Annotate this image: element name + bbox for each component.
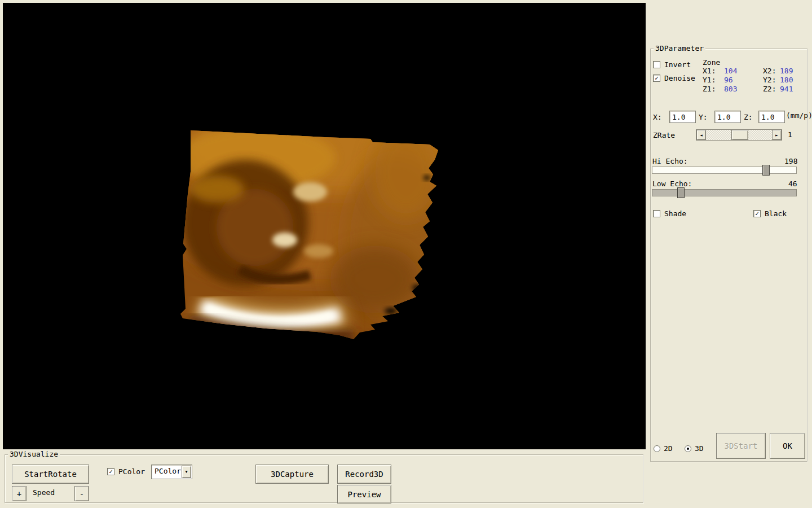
preview-button[interactable]: Preview — [337, 485, 391, 503]
hi-echo-slider[interactable] — [652, 167, 797, 174]
zone-x1-label: X1: — [703, 67, 716, 75]
speed-minus-button[interactable]: - — [74, 486, 89, 501]
render-viewport[interactable] — [3, 3, 646, 449]
scale-x-input[interactable] — [669, 111, 696, 123]
record-3d-button[interactable]: Record3D — [337, 465, 391, 484]
arrow-left-icon: ◄ — [700, 133, 703, 138]
ultrasound-3d-app-window: { "window": { "bg_color": "#ece9d8", "vi… — [0, 0, 812, 508]
zone-x2-value: 189 — [780, 67, 793, 75]
black-checkmark: ✓ — [755, 211, 759, 217]
invert-label: Invert — [664, 60, 691, 69]
capture-3d-button[interactable]: 3DCapture — [255, 465, 329, 484]
radio-3d-dot — [687, 448, 689, 450]
start-3d-button[interactable]: 3DStart — [716, 433, 766, 459]
low-echo-slider-thumb[interactable] — [677, 187, 685, 198]
scale-y-input[interactable] — [714, 111, 741, 123]
ok-button[interactable]: OK — [770, 433, 805, 459]
visualize-groupbox: 3DVisualize StartRotate + Speed - ✓ PCol… — [5, 454, 643, 503]
zrate-label: ZRate — [653, 131, 675, 139]
zrate-scroll-right-button[interactable]: ► — [772, 130, 782, 140]
zone-title: Zone — [703, 58, 720, 67]
radio-2d-label: 2D — [664, 444, 673, 453]
parameter-group-title: 3DParameter — [654, 45, 705, 52]
hi-echo-value: 198 — [784, 157, 797, 165]
scale-z-input[interactable] — [758, 111, 785, 123]
radio-3d-label: 3D — [695, 444, 704, 453]
scale-x-label: X: — [653, 113, 662, 121]
zone-z1-label: Z1: — [703, 85, 716, 93]
zone-x1-value: 104 — [724, 67, 737, 75]
low-echo-slider[interactable] — [652, 189, 797, 196]
zrate-value: 1 — [788, 130, 792, 139]
pcolor-checkbox[interactable]: ✓ — [107, 468, 114, 475]
zrate-scrollbar-thumb[interactable] — [731, 130, 748, 140]
speed-label: Speed — [33, 488, 55, 497]
shade-checkbox[interactable] — [653, 210, 660, 217]
zrate-scrollbar[interactable]: ◄ ► — [696, 129, 782, 141]
ultrasound-volume-render — [3, 3, 646, 449]
radio-2d[interactable] — [654, 445, 660, 452]
invert-checkbox[interactable] — [653, 61, 660, 68]
hi-echo-label: Hi Echo: — [652, 157, 688, 165]
zone-y2-label: Y2: — [763, 76, 776, 84]
zone-y1-label: Y1: — [703, 76, 716, 84]
shade-label: Shade — [664, 209, 686, 218]
zrate-scroll-left-button[interactable]: ◄ — [696, 130, 706, 140]
start-rotate-button[interactable]: StartRotate — [12, 465, 89, 484]
scale-z-label: Z: — [744, 113, 753, 121]
pcolor-dropdown-button[interactable]: ▼ — [182, 466, 191, 478]
radio-3d[interactable] — [685, 445, 691, 452]
pcolor-dropdown-value: PColor — [155, 467, 181, 475]
parameter-groupbox: 3DParameter Invert ✓ Denoise Zone X1: 10… — [650, 49, 807, 462]
speed-plus-button[interactable]: + — [12, 486, 27, 501]
scale-unit-label: (mm/p) — [786, 111, 812, 120]
denoise-checkmark: ✓ — [655, 75, 659, 81]
chevron-down-icon: ▼ — [185, 470, 187, 474]
zone-z2-label: Z2: — [763, 85, 776, 93]
denoise-checkbox[interactable]: ✓ — [653, 75, 660, 82]
zone-y1-value: 96 — [724, 76, 733, 84]
zone-z1-value: 803 — [724, 85, 737, 93]
zone-x2-label: X2: — [763, 67, 776, 75]
zone-z2-value: 941 — [780, 85, 793, 93]
arrow-right-icon: ► — [775, 133, 778, 138]
hi-echo-slider-thumb[interactable] — [762, 165, 770, 176]
pcolor-checkbox-label: PColor — [118, 467, 145, 476]
pcolor-dropdown[interactable]: PColor ▼ — [151, 465, 192, 479]
black-checkbox[interactable]: ✓ — [753, 210, 761, 217]
black-label: Black — [765, 209, 787, 218]
low-echo-value: 46 — [788, 179, 797, 188]
denoise-label: Denoise — [664, 74, 695, 82]
scale-y-label: Y: — [699, 113, 708, 121]
visualize-group-title: 3DVisualize — [8, 450, 60, 458]
zone-y2-value: 180 — [780, 76, 793, 84]
pcolor-checkmark: ✓ — [109, 468, 113, 475]
low-echo-label: Low Echo: — [652, 179, 692, 188]
